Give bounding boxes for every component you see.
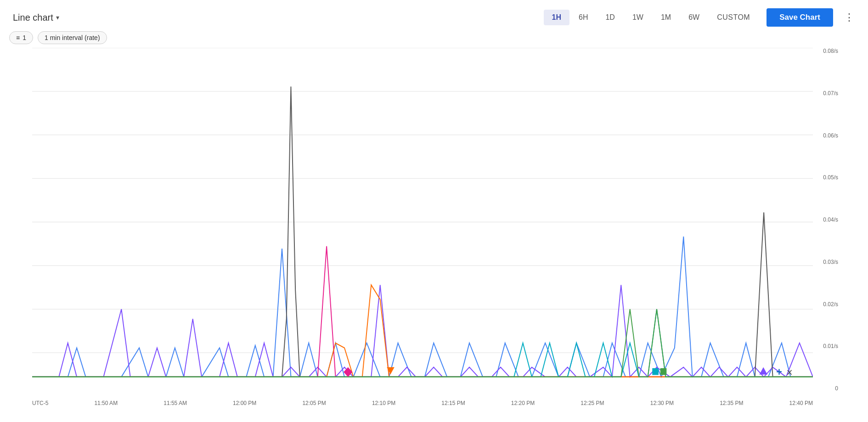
y-label-7: 0.01/s xyxy=(823,343,838,349)
marker-square-teal xyxy=(652,368,659,375)
page-header: Line chart ▾ 1H 6H 1D 1W 1M 6W CUSTOM Sa… xyxy=(0,0,868,31)
time-btn-1w[interactable]: 1W xyxy=(624,10,652,25)
y-axis-labels: 0.08/s 0.07/s 0.06/s 0.05/s 0.04/s 0.03/… xyxy=(815,48,840,392)
line-orange xyxy=(32,285,813,377)
time-btn-1h[interactable]: 1H xyxy=(544,10,569,25)
filter-icon: ≡ xyxy=(16,34,20,41)
y-label-1: 0.07/s xyxy=(823,90,838,97)
marker-x-gray: ✕ xyxy=(786,367,793,377)
time-btn-1m[interactable]: 1M xyxy=(653,10,679,25)
line-green xyxy=(32,309,813,377)
chart-area: 0.08/s 0.07/s 0.06/s 0.05/s 0.04/s 0.03/… xyxy=(9,48,840,410)
x-label-1230: 12:30 PM xyxy=(650,400,674,406)
y-label-0: 0.08/s xyxy=(823,48,838,54)
marker-triangle-purple xyxy=(759,367,767,375)
y-label-5: 0.03/s xyxy=(823,259,838,265)
chart-type-button[interactable]: Line chart ▾ xyxy=(9,11,63,25)
chart-svg: + ✕ xyxy=(32,48,813,396)
x-axis-labels: UTC-5 11:50 AM 11:55 AM 12:00 PM 12:05 P… xyxy=(32,396,813,410)
x-label-1200: 12:00 PM xyxy=(233,400,256,406)
x-label-1215: 12:15 PM xyxy=(441,400,465,406)
interval-button[interactable]: 1 min interval (rate) xyxy=(38,31,107,44)
x-label-1150: 11:50 AM xyxy=(94,400,118,406)
x-label-1210: 12:10 PM xyxy=(372,400,395,406)
line-teal xyxy=(32,309,813,377)
y-label-3: 0.05/s xyxy=(823,174,838,181)
marker-plus-blue: + xyxy=(776,366,782,378)
filter-count: 1 xyxy=(23,34,26,41)
x-label-1235: 12:35 PM xyxy=(720,400,743,406)
filter-button[interactable]: ≡ 1 xyxy=(9,31,33,44)
line-darkgray xyxy=(32,86,813,377)
time-btn-custom[interactable]: CUSTOM xyxy=(709,10,758,25)
time-btn-6w[interactable]: 6W xyxy=(680,10,708,25)
x-label-1240: 12:40 PM xyxy=(789,400,813,406)
y-label-2: 0.06/s xyxy=(823,132,838,139)
x-label-1155: 11:55 AM xyxy=(163,400,187,406)
chart-container: 0.08/s 0.07/s 0.06/s 0.05/s 0.04/s 0.03/… xyxy=(0,48,868,410)
sub-header: ≡ 1 1 min interval (rate) xyxy=(0,31,868,48)
line-blue xyxy=(32,237,813,377)
time-range-buttons: 1H 6H 1D 1W 1M 6W CUSTOM xyxy=(544,10,759,25)
chart-type-arrow-icon: ▾ xyxy=(56,14,59,21)
line-pink xyxy=(32,246,813,377)
marker-square-green xyxy=(660,368,667,375)
x-label-utc: UTC-5 xyxy=(32,400,48,406)
save-chart-button[interactable]: Save Chart xyxy=(767,8,833,27)
x-label-1220: 12:20 PM xyxy=(511,400,535,406)
x-label-1225: 12:25 PM xyxy=(581,400,604,406)
chart-type-label: Line chart xyxy=(13,12,53,23)
more-options-button[interactable]: ⋮ xyxy=(840,10,859,25)
time-btn-1d[interactable]: 1D xyxy=(597,10,623,25)
line-purple xyxy=(32,285,813,377)
y-label-8: 0 xyxy=(835,385,838,392)
time-btn-6h[interactable]: 6H xyxy=(570,10,596,25)
x-label-1205: 12:05 PM xyxy=(302,400,326,406)
y-label-4: 0.04/s xyxy=(823,217,838,223)
y-label-6: 0.02/s xyxy=(823,301,838,308)
